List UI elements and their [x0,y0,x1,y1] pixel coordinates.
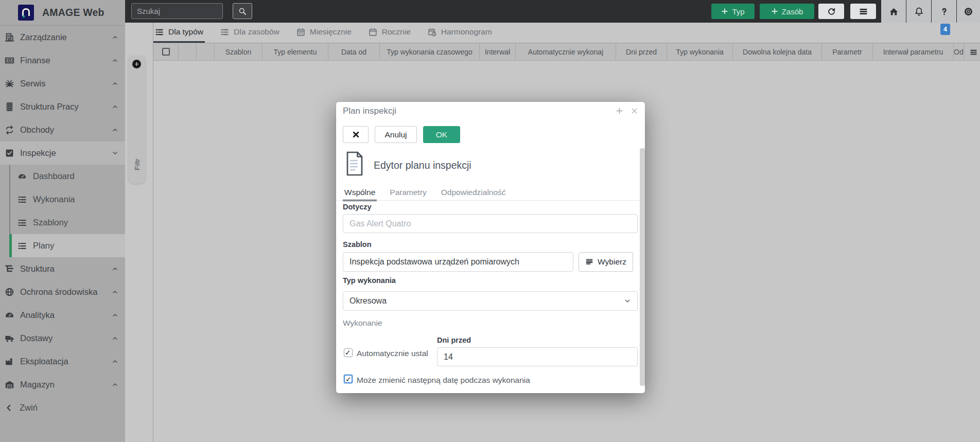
gauge-icon [18,172,27,181]
column-header-od[interactable]: Od [954,43,964,60]
globe-icon [5,287,14,297]
sidebar-item-label: Analityka [20,310,55,320]
column-header-dowolna-kolejna-data[interactable]: Dowolna kolejna data [733,43,822,60]
automatycznie-ustal-checkbox[interactable] [344,348,353,357]
sidebar-collapse-button[interactable]: Zwiń [0,396,125,419]
column-header-interwal-parametru[interactable]: Interwał parametru [873,43,954,60]
plus-icon [721,8,728,15]
modal-heading: Edytor planu inspekcji [374,160,471,171]
column-header-automatycznie-wykonaj[interactable]: Automatycznie wykonaj [516,43,616,60]
chevron-up-icon [112,34,118,41]
plus-thin-icon [615,107,624,115]
settings-button[interactable] [957,0,980,23]
column-header-dni-przed[interactable]: Dni przed [616,43,667,60]
sidebar-item-plany[interactable]: Plany [0,234,125,257]
sidebar-item-label: Magazyn [20,380,55,390]
column-header-typ-elementu[interactable]: Typ elementu [262,43,328,60]
column-header-typ-wykonania[interactable]: Typ wykonania [667,43,733,60]
sidebar-item-serwis[interactable]: Serwis [0,72,125,95]
plus-icon [771,8,778,15]
tab-label: Miesięcznie [310,27,352,37]
typ-wykonania-select[interactable]: Okresowa [343,291,638,311]
tab-dla-zasobow[interactable]: Dla zasobów [219,23,281,43]
sidebar-item-label: Finanse [20,56,50,65]
calendar-icon [369,28,377,37]
moze-zmienic-label: Może zmienić następną datę podczas wykon… [357,376,530,385]
filter-add-button[interactable] [132,60,141,68]
column-header-data-od[interactable]: Data od [328,43,380,60]
view-tabs: Dla typów Dla zasobów Miesięcznie Roczni… [153,23,980,43]
column-header-typ-wykonania-czasowego[interactable]: Typ wykonania czasowego [380,43,480,60]
notifications-button[interactable] [906,0,931,23]
sidebar-item-label: Inspekcje [20,148,56,158]
sidebar-item-magazyn[interactable]: Magazyn [0,373,125,396]
column-header[interactable] [197,43,215,60]
calendar-grid-icon [296,28,305,37]
office-icon [5,102,14,112]
sidebar-item-dashboard[interactable]: Dashboard [0,165,125,188]
dni-przed-input[interactable] [437,347,638,366]
sidebar-item-finanse[interactable]: Finanse [0,49,125,72]
search-button[interactable] [233,3,252,19]
help-button[interactable] [932,0,956,23]
warehouse-icon [5,380,14,390]
sidebar-item-zarzadzanie[interactable]: Zarządzanie [0,26,125,49]
szablon-label: Szablon [343,240,372,249]
sidebar-item-struktura-pracy[interactable]: Struktura Pracy [0,95,125,118]
menu-button[interactable] [850,4,876,19]
amage-logo-dot [23,15,25,17]
tab-odpowiedzialnosc[interactable]: Odpowiedzialność [440,184,507,200]
modal-close-button[interactable] [629,105,639,116]
cancel-button[interactable]: Anuluj [375,126,417,143]
tab-harmonogram[interactable]: Harmonogram [426,23,494,43]
list-icon [18,218,27,227]
tab-wspolne[interactable]: Wspólne [343,184,377,200]
add-resource-button[interactable]: Zasób [760,4,814,19]
sidebar-item-ochrona-srodowiska[interactable]: Ochrona środowiska [0,280,125,304]
gauge-icon [5,310,14,320]
column-header-szablon[interactable]: Szablon [215,43,262,60]
sidebar-item-inspekcje[interactable]: Inspekcje [0,142,125,165]
sidebar-item-szablony[interactable]: Szablony [0,211,125,234]
moze-zmienic-checkbox[interactable] [344,375,353,383]
home-button[interactable] [881,0,906,23]
modal-scrollbar[interactable] [640,148,645,386]
search-input[interactable] [131,3,223,19]
column-header-parametr[interactable]: Parametr [822,43,873,60]
szablon-input[interactable] [343,252,573,272]
tab-miesiecznie[interactable]: Miesięcznie [295,23,353,43]
filter-drawer-label: Filtr [133,156,141,173]
filter-drawer[interactable]: Filtr [128,56,146,184]
modal-add-window-button[interactable] [614,105,624,116]
ok-button[interactable]: OK [423,126,460,143]
sidebar-subitem-label: Dashboard [33,171,75,181]
tab-dla-typow[interactable]: Dla typów [153,23,205,43]
chevron-down-icon [624,297,631,305]
modal-dismiss-button[interactable] [343,126,369,143]
gear-icon [964,7,973,16]
select-all-checkbox[interactable] [162,48,170,56]
tab-parametry[interactable]: Parametry [388,184,428,200]
inspekcje-submenu: Dashboard Wykonania Szablony Plany [0,165,125,257]
sidebar-item-label: Serwis [20,79,46,89]
column-header[interactable] [179,43,197,60]
menu-icon[interactable] [970,48,977,56]
sync-button[interactable] [818,4,844,19]
chevron-up-icon [112,312,118,319]
tab-label: Dla zasobów [234,27,279,37]
tab-rocznie[interactable]: Rocznie [367,23,412,43]
automatycznie-ustal-label: Automatycznie ustal [357,349,428,358]
sidebar-item-label: Ochrona środowiska [20,287,97,297]
sidebar-item-dostawy[interactable]: Dostawy [0,327,125,350]
sidebar-item-obchody[interactable]: Obchody [0,118,125,142]
sidebar-header: AMAGE Web [0,0,125,26]
dotyczy-label: Dotyczy [343,203,372,211]
sidebar-item-analityka[interactable]: Analityka [0,304,125,327]
sidebar-item-struktura[interactable]: Struktura [0,257,125,280]
add-type-button[interactable]: Typ [711,4,755,19]
sidebar-item-eksploatacja[interactable]: Eksploatacja [0,350,125,373]
sidebar-item-wykonania[interactable]: Wykonania [0,188,125,211]
dotyczy-input[interactable] [343,214,638,233]
column-header-interwal[interactable]: Interwał [480,43,516,60]
wybierz-button[interactable]: Wybierz [579,252,633,272]
